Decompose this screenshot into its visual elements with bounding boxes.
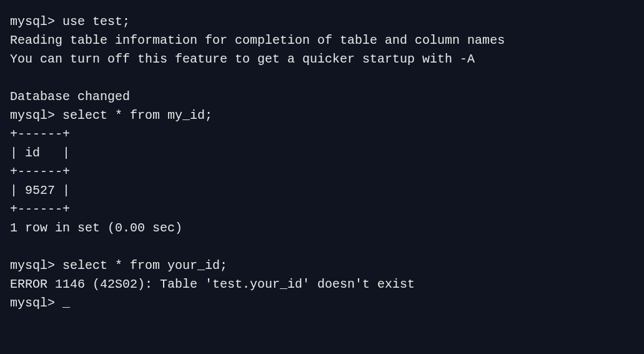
terminal-table-row: | 9527 | [10, 181, 634, 200]
terminal-prompt-active[interactable]: mysql> _ [10, 294, 634, 313]
mysql-terminal[interactable]: mysql> use test; Reading table informati… [10, 13, 634, 313]
terminal-line-output: You can turn off this feature to get a q… [10, 50, 634, 69]
terminal-line-command: mysql> select * from your_id; [10, 256, 634, 275]
terminal-table-header: | id | [10, 144, 634, 163]
terminal-prompt-text: mysql> [10, 296, 62, 310]
terminal-table-border: +------+ [10, 125, 634, 144]
terminal-line-output: 1 row in set (0.00 sec) [10, 219, 634, 238]
terminal-line-output: Database changed [10, 88, 634, 106]
terminal-blank-line [10, 238, 634, 256]
terminal-table-border: +------+ [10, 200, 634, 219]
terminal-line-output: Reading table information for completion… [10, 31, 634, 50]
terminal-table-border: +------+ [10, 163, 634, 181]
terminal-line-command: mysql> use test; [10, 13, 634, 31]
terminal-line-error: ERROR 1146 (42S02): Table 'test.your_id'… [10, 275, 634, 294]
terminal-line-command: mysql> select * from my_id; [10, 106, 634, 125]
terminal-blank-line [10, 69, 634, 88]
cursor-icon: _ [62, 294, 70, 313]
